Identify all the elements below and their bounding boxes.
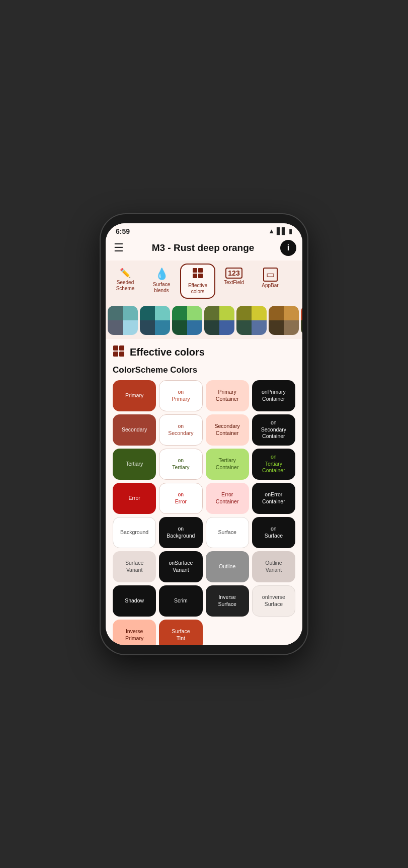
effective-label: Effectivecolors: [188, 283, 207, 295]
svg-rect-5: [119, 345, 124, 351]
color-chip-6[interactable]: Secondary Container: [206, 414, 249, 446]
color-grid: Primaryon PrimaryPrimary ContaineronPrim…: [113, 380, 295, 645]
svg-rect-3: [198, 274, 203, 278]
seeded-label: SeededScheme: [116, 280, 135, 292]
color-chip-18[interactable]: Surface: [206, 517, 249, 548]
color-chip-7[interactable]: on Secondary Container: [252, 414, 295, 446]
color-chip-11[interactable]: on Tertiary Container: [252, 449, 295, 480]
color-chip-2[interactable]: Primary Container: [206, 380, 249, 411]
color-chip-29[interactable]: Surface Tint: [159, 620, 202, 645]
effective-icon: [192, 268, 203, 282]
color-chip-16[interactable]: Background: [113, 517, 156, 548]
swatch-row: [106, 302, 302, 339]
surface-label: Surfaceblends: [153, 282, 170, 294]
section-icon: [113, 345, 125, 360]
status-bar: 6:59 ▲ ▋▋ ▮: [106, 223, 302, 237]
section-header: Effective colors: [113, 345, 295, 360]
svg-rect-1: [198, 268, 203, 273]
swatch-group-4: [236, 306, 267, 335]
color-chip-13[interactable]: on Error: [159, 483, 202, 514]
top-bar: ☰ M3 - Rust deep orange i: [106, 237, 302, 261]
swatch-group-5: [269, 306, 299, 335]
color-chip-3[interactable]: onPrimary Container: [252, 380, 295, 411]
wifi-icon: ▲: [268, 227, 275, 235]
subsection-title: ColorScheme Colors: [113, 365, 295, 375]
color-chip-19[interactable]: on Surface: [252, 517, 295, 548]
seeded-icon: ✏️: [120, 268, 131, 279]
phone-screen: 6:59 ▲ ▋▋ ▮ ☰ M3 - Rust deep orange i ✏️…: [106, 223, 302, 645]
color-chip-28[interactable]: Inverse Primary: [113, 620, 156, 645]
color-chip-24[interactable]: Shadow: [113, 585, 156, 617]
color-chip-4[interactable]: Secondary: [113, 414, 156, 446]
swatch-group-0: [108, 306, 138, 335]
color-chip-20[interactable]: Surface Variant: [113, 551, 156, 582]
color-chip-14[interactable]: Error Container: [206, 483, 249, 514]
swatch-group-2: [172, 306, 202, 335]
color-chip-27[interactable]: onInverse Surface: [252, 585, 295, 617]
info-button[interactable]: i: [280, 240, 296, 256]
swatch-group-6: [301, 306, 302, 335]
color-chip-10[interactable]: Tertiary Container: [206, 449, 249, 480]
swatch-group-1: [140, 306, 170, 335]
tab-textfield[interactable]: 123 TextField: [216, 264, 252, 299]
textfield-icon: 123: [225, 268, 242, 279]
svg-rect-0: [193, 268, 197, 273]
color-chip-26[interactable]: Inverse Surface: [206, 585, 249, 617]
color-chip-1[interactable]: on Primary: [159, 380, 202, 411]
svg-rect-2: [193, 274, 197, 278]
color-chip-22[interactable]: Outline: [206, 551, 249, 582]
color-chip-9[interactable]: on Tertiary: [159, 449, 202, 480]
appbar-icon: ▭: [263, 268, 278, 282]
tab-effective[interactable]: Effectivecolors: [180, 264, 215, 299]
appbar-label: AppBar: [262, 283, 278, 289]
tab-seeded[interactable]: ✏️ SeededScheme: [108, 264, 143, 299]
battery-icon: ▮: [289, 227, 292, 235]
color-chip-8[interactable]: Tertiary: [113, 449, 156, 480]
color-chip-5[interactable]: on Secondary: [159, 414, 202, 446]
tab-bar: ✏️ SeededScheme 💧 Surfaceblends Effectiv…: [106, 261, 302, 302]
svg-rect-7: [119, 352, 124, 357]
main-content: Effective colors ColorScheme Colors Prim…: [106, 339, 302, 645]
phone-shell: 6:59 ▲ ▋▋ ▮ ☰ M3 - Rust deep orange i ✏️…: [101, 214, 307, 654]
svg-rect-4: [113, 345, 118, 351]
color-chip-23[interactable]: Outline Variant: [252, 551, 295, 582]
surface-icon: 💧: [155, 268, 169, 281]
color-chip-15[interactable]: onError Container: [252, 483, 295, 514]
textfield-label: TextField: [224, 280, 244, 286]
color-chip-0[interactable]: Primary: [113, 380, 156, 411]
status-time: 6:59: [116, 227, 130, 235]
tab-appbar[interactable]: ▭ AppBar: [253, 264, 288, 299]
status-icons: ▲ ▋▋ ▮: [268, 227, 292, 235]
svg-rect-6: [113, 352, 118, 357]
section-title: Effective colors: [130, 346, 205, 358]
color-chip-25[interactable]: Scrim: [159, 585, 202, 617]
color-chip-12[interactable]: Error: [113, 483, 156, 514]
color-chip-21[interactable]: onSurface Variant: [159, 551, 202, 582]
app-title: M3 - Rust deep orange: [126, 242, 280, 253]
signal-icon: ▋▋: [277, 227, 287, 235]
menu-icon[interactable]: ☰: [112, 239, 126, 256]
swatch-group-3: [204, 306, 234, 335]
color-chip-17[interactable]: on Background: [159, 517, 202, 548]
tab-surface[interactable]: 💧 Surfaceblends: [144, 264, 179, 299]
